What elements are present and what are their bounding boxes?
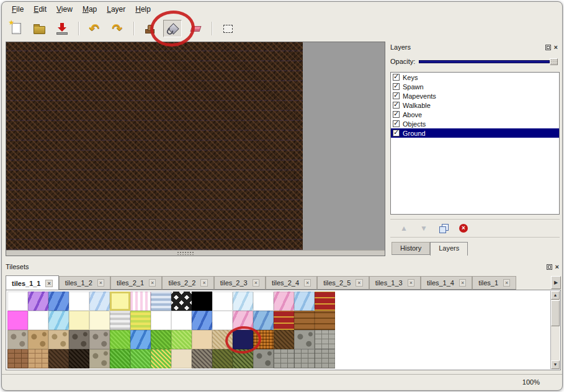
tileset-tile[interactable] xyxy=(171,292,192,311)
tileset-tile[interactable] xyxy=(212,349,233,368)
tab-close-icon[interactable]: × xyxy=(503,279,510,287)
tileset-tile[interactable] xyxy=(48,292,69,311)
tileset-tile[interactable] xyxy=(212,311,233,330)
tileset-tile[interactable] xyxy=(89,349,110,368)
tileset-tile[interactable] xyxy=(294,292,315,311)
tileset-tile[interactable] xyxy=(110,330,130,349)
tileset-tile[interactable] xyxy=(69,349,89,368)
tab-scroll-right-button[interactable]: ▶ xyxy=(551,276,561,289)
menu-item[interactable]: Map xyxy=(78,3,102,16)
layer-row[interactable]: Objects xyxy=(391,119,559,128)
tileset-tile[interactable] xyxy=(130,292,151,311)
layer-visibility-checkbox[interactable] xyxy=(393,111,400,118)
tileset-tile[interactable] xyxy=(274,330,294,349)
tileset-tile[interactable] xyxy=(233,330,253,349)
layer-visibility-checkbox[interactable] xyxy=(393,130,400,136)
tileset-tab[interactable]: tiles_1_1 × xyxy=(6,275,59,290)
undo-button[interactable]: ↶ xyxy=(85,20,104,37)
tileset-tile[interactable] xyxy=(110,311,130,330)
tileset-tile[interactable] xyxy=(89,311,110,330)
tileset-tile[interactable] xyxy=(315,292,335,311)
layer-visibility-checkbox[interactable] xyxy=(393,74,400,81)
tileset-tile[interactable] xyxy=(69,292,89,311)
tileset-tile[interactable] xyxy=(28,330,48,349)
tileset-tile[interactable] xyxy=(7,292,28,311)
eraser-tool-button[interactable] xyxy=(186,20,205,37)
float-panel-icon[interactable] xyxy=(547,264,552,270)
tileset-tab[interactable]: tiles_2_3 × xyxy=(214,276,266,290)
tileset-tab[interactable]: tiles_1_3 × xyxy=(369,276,421,290)
tileset-tile[interactable] xyxy=(253,349,274,368)
layer-visibility-checkbox[interactable] xyxy=(393,102,400,109)
tab-close-icon[interactable]: × xyxy=(253,279,259,287)
tab-close-icon[interactable]: × xyxy=(459,279,466,287)
map-canvas[interactable] xyxy=(6,42,303,250)
float-panel-icon[interactable] xyxy=(545,45,551,50)
scrollbar-grip[interactable] xyxy=(177,251,194,255)
tileset-tile[interactable] xyxy=(192,330,212,349)
tileset-tile[interactable] xyxy=(274,349,294,368)
rect-select-tool-button[interactable] xyxy=(218,20,237,37)
tileset-tab[interactable]: tiles_2_2 × xyxy=(162,276,213,290)
tileset-tile[interactable] xyxy=(171,311,192,330)
tileset-tile[interactable] xyxy=(294,330,315,349)
tileset-tile[interactable] xyxy=(48,311,69,330)
tileset-tile[interactable] xyxy=(28,311,48,330)
tileset-tile[interactable] xyxy=(110,349,130,368)
tileset-tab[interactable]: tiles_2_5 × xyxy=(317,276,369,290)
tileset-tile[interactable] xyxy=(233,349,253,368)
tileset-tab[interactable]: tiles_1 × xyxy=(472,276,516,290)
duplicate-layer-button[interactable] xyxy=(437,222,450,234)
tileset-tile[interactable] xyxy=(130,311,151,330)
delete-layer-button[interactable]: × xyxy=(457,222,470,234)
tileset-tile[interactable] xyxy=(315,349,335,368)
layer-row[interactable]: Spawn xyxy=(391,82,559,91)
layer-row[interactable]: Above xyxy=(391,110,559,119)
tab-close-icon[interactable]: × xyxy=(356,279,362,287)
tab-close-icon[interactable]: × xyxy=(304,279,311,287)
layer-visibility-checkbox[interactable] xyxy=(393,83,400,90)
tileset-tile[interactable] xyxy=(233,311,253,330)
tileset-tile[interactable] xyxy=(192,311,212,330)
palette-vertical-scrollbar[interactable]: ▲ ▼ xyxy=(550,291,560,369)
tileset-tile[interactable] xyxy=(253,292,274,311)
tileset-tile[interactable] xyxy=(212,330,233,349)
layer-visibility-checkbox[interactable] xyxy=(393,92,400,99)
tileset-tile[interactable] xyxy=(69,330,89,349)
tileset-tile[interactable] xyxy=(274,292,294,311)
tileset-tile[interactable] xyxy=(89,292,110,311)
scroll-up-button[interactable]: ▲ xyxy=(551,291,560,300)
tab-close-icon[interactable]: × xyxy=(97,279,104,287)
tileset-tile[interactable] xyxy=(28,349,48,368)
layer-row[interactable]: Ground xyxy=(391,128,559,138)
tab-close-icon[interactable]: × xyxy=(149,279,156,287)
menu-item[interactable]: Help xyxy=(130,3,156,16)
stamp-tool-button[interactable] xyxy=(140,20,159,37)
tileset-tile[interactable] xyxy=(171,349,192,368)
menu-item[interactable]: Edit xyxy=(29,3,51,16)
tileset-tile[interactable] xyxy=(192,349,212,368)
side-panel-tab[interactable]: History xyxy=(392,242,430,255)
raise-layer-button[interactable]: ▲ xyxy=(398,222,410,234)
tab-close-icon[interactable]: × xyxy=(200,279,207,287)
tileset-tile[interactable] xyxy=(7,349,28,368)
open-file-button[interactable] xyxy=(30,20,48,37)
tileset-tile[interactable] xyxy=(48,330,69,349)
scroll-down-button[interactable]: ▼ xyxy=(551,360,560,369)
tileset-tile[interactable] xyxy=(7,311,28,330)
tileset-tile[interactable] xyxy=(192,292,212,311)
tileset-tab[interactable]: tiles_2_4 × xyxy=(266,276,317,290)
tileset-tile[interactable] xyxy=(130,349,151,368)
tileset-tile[interactable] xyxy=(151,349,171,368)
side-panel-tab[interactable]: Layers xyxy=(430,242,468,256)
tileset-tab[interactable]: tiles_1_2 × xyxy=(59,276,110,290)
tileset-tab[interactable]: tiles_1_4 × xyxy=(421,276,472,290)
tileset-tile[interactable] xyxy=(315,330,335,349)
tileset-tile[interactable] xyxy=(294,311,315,330)
tileset-tile[interactable] xyxy=(110,292,130,311)
scrollbar-handle[interactable] xyxy=(551,300,560,326)
lower-layer-button[interactable]: ▼ xyxy=(418,222,430,234)
map-horizontal-scrollbar[interactable] xyxy=(6,250,385,256)
tileset-tile[interactable] xyxy=(315,311,335,330)
tileset-tile[interactable] xyxy=(274,311,294,330)
